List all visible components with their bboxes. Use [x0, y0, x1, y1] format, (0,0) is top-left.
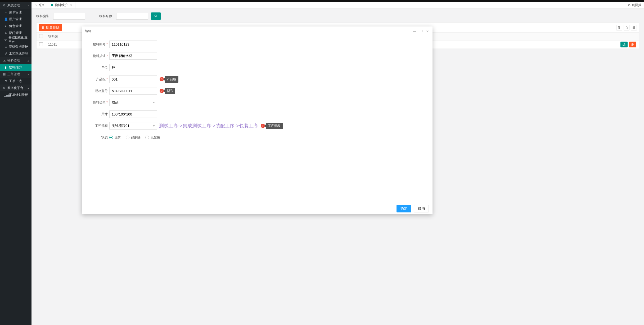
nav-item[interactable]: ⇄工艺路线管理: [0, 50, 31, 57]
page-action-label: 页面操: [632, 3, 641, 7]
nav-group-label: 物料管理: [7, 58, 20, 63]
modal-footer: 确定 取消: [82, 203, 433, 214]
search-button[interactable]: [151, 12, 161, 20]
label-code: 物料编号: [87, 42, 108, 47]
star-icon: ★: [4, 24, 7, 28]
label-size: 尺寸: [87, 112, 108, 117]
nav-item[interactable]: 👤用户管理: [0, 16, 31, 23]
tab-material[interactable]: 物料维护 ×: [48, 2, 75, 8]
nav-group-system[interactable]: ⚙系统管理▴: [0, 2, 31, 9]
batch-delete-label: 批量删除: [46, 25, 60, 30]
ok-button[interactable]: 确定: [397, 205, 411, 212]
radio-icon-checked: [109, 136, 113, 139]
label-unit: 单位: [87, 65, 108, 70]
annotation-group: 3 产品组: [160, 76, 178, 83]
nav-group-digital[interactable]: ⚙数字化平台▴: [0, 84, 31, 91]
row-checkbox[interactable]: [39, 42, 43, 46]
nav-group-material[interactable]: ☁物料管理▴: [0, 57, 31, 64]
radio-status-disabled[interactable]: 已禁用: [145, 135, 160, 140]
process-flow-text: 测试工序->集成测试工序->装配工序->包装工序: [159, 123, 258, 129]
gear-icon: ⚙: [4, 38, 7, 42]
input-group[interactable]: [109, 75, 157, 83]
page-body: 物料编号 物料名称 🗑 批量删除: [31, 9, 644, 325]
cancel-button[interactable]: 取消: [414, 205, 429, 212]
toolbar-filter-icon[interactable]: ⇅: [616, 25, 622, 30]
label-model: 规格型号: [87, 89, 108, 93]
db-icon: ▤: [4, 45, 7, 48]
row-actions: 编 删: [615, 42, 636, 47]
nav-group-label: 数字化平台: [7, 86, 23, 90]
label-status: 状态: [87, 135, 108, 140]
nav-item[interactable]: ≡菜单管理: [0, 9, 31, 16]
tab-home[interactable]: ⌂ 首页: [31, 2, 48, 8]
close-icon[interactable]: ✕: [426, 29, 429, 33]
nav-item[interactable]: ▁▃▅工单计划看板: [0, 91, 31, 98]
sitemap-icon: ♣: [4, 31, 7, 34]
input-unit[interactable]: [109, 64, 157, 71]
maximize-icon[interactable]: ☐: [419, 29, 423, 33]
label-type: 物料类型: [87, 100, 108, 105]
nav-item[interactable]: ⚙基础数据配置平台: [0, 36, 31, 43]
modal-header[interactable]: 编辑 — ☐ ✕: [82, 26, 433, 36]
calendar-icon: ▦: [3, 73, 6, 76]
chevron-up-icon: ▴: [28, 73, 29, 76]
input-size[interactable]: [109, 110, 157, 118]
toolbar-export-icon[interactable]: ⎙: [624, 25, 629, 30]
select-process[interactable]: [109, 122, 157, 130]
batch-delete-button[interactable]: 🗑 批量删除: [39, 24, 62, 31]
nav-item[interactable]: ★角色管理: [0, 23, 31, 29]
tabs-row: ⌂ 首页 物料维护 × ⟳ 页面操: [31, 2, 644, 9]
form-row-desc: 物料描述: [87, 51, 428, 60]
modal-title: 编辑: [85, 29, 91, 33]
flag-icon: ⚑: [4, 79, 7, 83]
nav-item-label: 基础数据维护: [9, 44, 28, 49]
select-type[interactable]: [109, 99, 157, 106]
nav-group-workorder[interactable]: ▦工单管理▴: [0, 71, 31, 78]
radio-icon: [126, 136, 129, 139]
nav-item[interactable]: ▤基础数据维护: [0, 43, 31, 50]
tab-indicator-icon: [51, 4, 53, 6]
chevron-up-icon: ▴: [28, 59, 29, 62]
nav-item-label: 物料维护: [9, 65, 22, 70]
nav-item-label: 基础数据配置平台: [8, 35, 29, 44]
page-action-menu[interactable]: ⟳ 页面操: [625, 2, 644, 8]
edit-modal: 编辑 — ☐ ✕ 物料编号 物料描述: [82, 26, 433, 214]
radio-label-deleted: 已删除: [131, 135, 141, 140]
nav-item[interactable]: ▮物料维护: [0, 64, 31, 71]
nav-item[interactable]: ⚑工单下达: [0, 78, 31, 84]
user-icon: 👤: [4, 17, 7, 21]
filter-code-input[interactable]: [53, 13, 85, 20]
radio-status-deleted[interactable]: 已删除: [126, 135, 141, 140]
form-row-type: 物料类型: [87, 98, 428, 107]
row-delete-button[interactable]: 删: [629, 42, 636, 47]
nav-item-label: 工单计划看板: [9, 93, 28, 97]
radio-icon: [145, 136, 149, 139]
tab-home-label: 首页: [38, 3, 44, 7]
input-desc[interactable]: [109, 52, 157, 60]
list-icon: ≡: [4, 11, 7, 14]
nav-group-label: 工单管理: [7, 72, 20, 77]
modal-window-controls: — ☐ ✕: [413, 29, 429, 33]
toolbar-print-icon[interactable]: 🖶: [631, 25, 637, 30]
modal-body: 物料编号 物料描述 单位 产品组: [82, 36, 433, 203]
annotation-model: 2 型号: [160, 88, 175, 94]
input-model[interactable]: [109, 87, 157, 95]
minimize-icon[interactable]: —: [413, 29, 417, 33]
form-row-group: 产品组 3 产品组: [87, 75, 428, 84]
nav-item-label: 用户管理: [9, 17, 22, 21]
radio-status-normal[interactable]: 正常: [109, 135, 121, 140]
nav-item-label: 工艺路线管理: [9, 51, 28, 56]
label-desc: 物料描述: [87, 54, 108, 58]
form-row-size: 尺寸: [87, 110, 428, 119]
cloud-icon: ☁: [3, 59, 6, 62]
tab-close-icon[interactable]: ×: [70, 3, 72, 7]
nav-item-label: 菜单管理: [9, 10, 22, 15]
input-code[interactable]: [109, 41, 157, 48]
row-edit-button[interactable]: 编: [620, 42, 628, 47]
select-all-checkbox[interactable]: [39, 34, 43, 38]
form-row-unit: 单位: [87, 63, 428, 72]
filter-name-input[interactable]: [116, 13, 148, 20]
tab-material-label: 物料维护: [55, 3, 67, 7]
filter-name-label: 物料名称: [99, 14, 112, 19]
doc-icon: ▮: [4, 66, 7, 69]
